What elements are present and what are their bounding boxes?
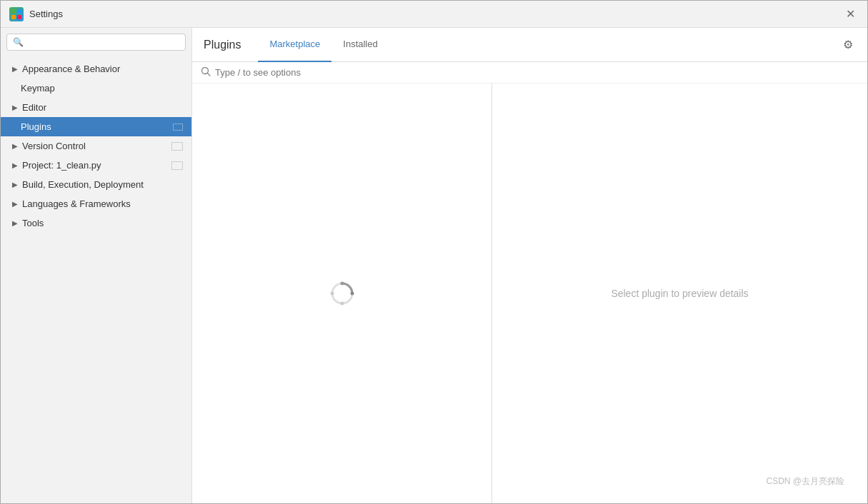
svg-rect-0 bbox=[11, 9, 16, 14]
svg-point-8 bbox=[330, 292, 334, 296]
tabs-area: Marketplace Installed bbox=[258, 28, 840, 62]
sidebar-item-label: Project: 1_clean.py bbox=[22, 160, 169, 171]
sidebar-item-build[interactable]: ▶ Build, Execution, Deployment bbox=[1, 175, 191, 194]
sidebar-item-project[interactable]: ▶ Project: 1_clean.py bbox=[1, 156, 191, 175]
close-button[interactable]: ✕ bbox=[842, 6, 859, 23]
preview-area: Select plugin to preview details bbox=[492, 84, 867, 503]
settings-window: Settings ✕ 🔍 ▶ Appearance & Behavior Key… bbox=[0, 0, 868, 504]
sidebar-item-version-control[interactable]: ▶ Version Control bbox=[1, 136, 191, 156]
svg-point-10 bbox=[350, 292, 354, 296]
plugins-header: Plugins Marketplace Installed ⚙ bbox=[192, 28, 867, 62]
sidebar-item-tools[interactable]: ▶ Tools bbox=[1, 213, 191, 233]
sidebar-item-label: Tools bbox=[22, 218, 183, 228]
nav-list: ▶ Appearance & Behavior Keymap ▶ Editor … bbox=[1, 56, 191, 503]
svg-rect-3 bbox=[17, 15, 21, 19]
plugin-search-input[interactable] bbox=[215, 67, 859, 78]
chevron-icon: ▶ bbox=[12, 200, 18, 208]
sidebar-item-label: Plugins bbox=[21, 121, 170, 132]
sidebar-item-label: Build, Execution, Deployment bbox=[22, 179, 183, 190]
settings-page-icon bbox=[171, 161, 183, 170]
sidebar-item-label: Editor bbox=[22, 102, 183, 113]
svg-line-5 bbox=[208, 74, 211, 76]
chevron-icon: ▶ bbox=[12, 65, 18, 73]
settings-page-icon bbox=[171, 142, 183, 151]
app-icon bbox=[9, 7, 24, 21]
chevron-icon: ▶ bbox=[12, 104, 18, 111]
sidebar-item-editor[interactable]: ▶ Editor bbox=[1, 98, 191, 117]
main-layout: 🔍 ▶ Appearance & Behavior Keymap ▶ Edito… bbox=[1, 28, 867, 503]
sidebar-item-label: Version Control bbox=[22, 141, 169, 151]
sidebar-item-languages[interactable]: ▶ Languages & Frameworks bbox=[1, 194, 191, 213]
sidebar-item-appearance[interactable]: ▶ Appearance & Behavior bbox=[1, 59, 191, 79]
settings-page-icon bbox=[173, 124, 183, 131]
tab-marketplace[interactable]: Marketplace bbox=[258, 28, 331, 62]
sidebar-search-input[interactable] bbox=[28, 37, 179, 47]
tab-installed[interactable]: Installed bbox=[331, 28, 389, 62]
window-title: Settings bbox=[29, 9, 63, 19]
content-split: Select plugin to preview details bbox=[192, 84, 867, 503]
sidebar-item-label: Appearance & Behavior bbox=[22, 64, 183, 74]
chevron-icon: ▶ bbox=[12, 181, 18, 188]
chevron-icon: ▶ bbox=[12, 219, 18, 227]
sidebar-item-label: Languages & Frameworks bbox=[22, 198, 183, 209]
svg-point-7 bbox=[340, 282, 344, 286]
sidebar-item-label: Keymap bbox=[21, 83, 183, 94]
sidebar-item-plugins[interactable]: Plugins bbox=[1, 117, 191, 136]
plugin-list-area bbox=[192, 84, 492, 503]
sidebar-search-box[interactable]: 🔍 bbox=[6, 34, 186, 51]
sidebar: 🔍 ▶ Appearance & Behavior Keymap ▶ Edito… bbox=[1, 28, 192, 503]
plugins-title: Plugins bbox=[204, 39, 241, 51]
settings-gear-button[interactable]: ⚙ bbox=[840, 35, 856, 54]
svg-point-9 bbox=[340, 302, 344, 306]
loading-spinner bbox=[328, 279, 356, 308]
preview-placeholder-text: Select plugin to preview details bbox=[611, 288, 748, 299]
sidebar-item-keymap[interactable]: Keymap bbox=[1, 79, 191, 98]
title-bar-left: Settings bbox=[9, 7, 63, 21]
watermark: CSDN @去月亮探险 bbox=[754, 471, 856, 492]
right-content: Plugins Marketplace Installed ⚙ bbox=[192, 28, 867, 503]
svg-rect-1 bbox=[17, 9, 21, 14]
chevron-icon: ▶ bbox=[12, 161, 18, 169]
plugin-search-icon bbox=[201, 66, 211, 79]
chevron-icon: ▶ bbox=[12, 142, 18, 150]
plugin-search-bar bbox=[192, 62, 867, 84]
sidebar-search-icon: 🔍 bbox=[13, 37, 24, 47]
title-bar: Settings ✕ bbox=[1, 1, 867, 28]
svg-rect-2 bbox=[11, 15, 16, 19]
